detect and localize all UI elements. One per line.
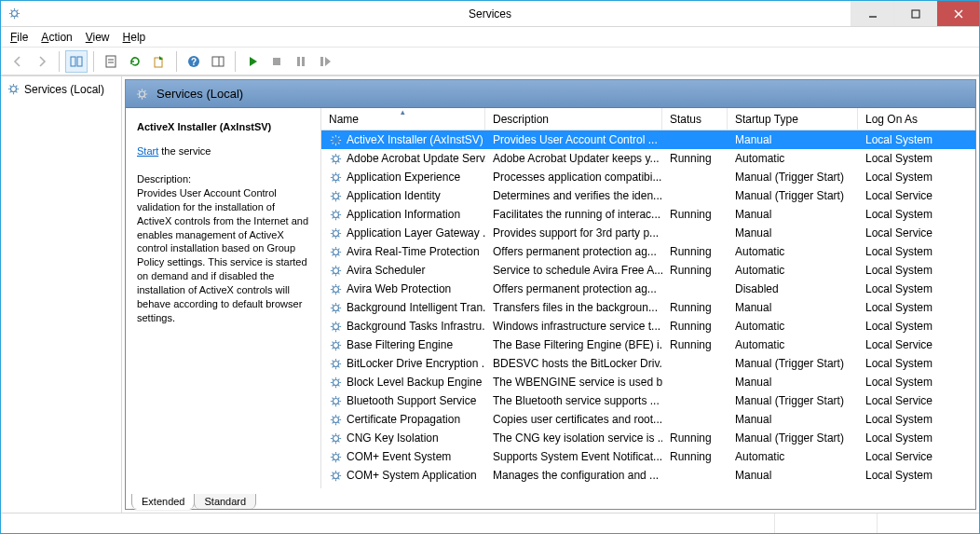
- cell-logon: Local System: [858, 317, 975, 335]
- cell-description: Provides support for 3rd party p...: [485, 224, 662, 242]
- cell-logon: Local System: [858, 130, 975, 149]
- service-row[interactable]: Adobe Acrobat Update Serv...Adobe Acroba…: [321, 149, 975, 168]
- service-row[interactable]: Avira Web ProtectionOffers permanent pro…: [321, 280, 975, 298]
- cell-status: Running: [662, 205, 728, 224]
- svg-point-26: [333, 230, 339, 236]
- cell-name: Certificate Propagation: [321, 410, 485, 429]
- gear-icon: [329, 245, 343, 259]
- cell-logon: Local System: [858, 429, 975, 447]
- start-service-link[interactable]: Start: [137, 145, 158, 157]
- close-button[interactable]: [936, 1, 979, 26]
- menu-action[interactable]: Action: [41, 31, 72, 44]
- gear-icon: [329, 487, 343, 489]
- svg-point-39: [333, 472, 339, 478]
- cell-startup: Automatic: [728, 149, 858, 168]
- forward-button[interactable]: [31, 50, 53, 73]
- service-action-line: Start the service: [137, 145, 309, 157]
- cell-description: Determines and verifies the iden...: [485, 186, 662, 205]
- back-button[interactable]: [7, 50, 29, 73]
- minimize-button[interactable]: [851, 1, 893, 26]
- services-list: Name▴ Description Status Startup Type Lo…: [321, 108, 975, 488]
- service-row[interactable]: BitLocker Drive Encryption ...BDESVC hos…: [321, 354, 975, 373]
- cell-description: Processes application compatibi...: [485, 168, 662, 186]
- cell-name: Avira Real-Time Protection: [321, 242, 485, 261]
- gear-icon: [329, 413, 343, 427]
- service-row[interactable]: Base Filtering EngineThe Base Filtering …: [321, 335, 975, 354]
- tab-extended[interactable]: Extended: [131, 494, 195, 509]
- column-name[interactable]: Name▴: [321, 108, 485, 130]
- cell-status: Running: [662, 298, 728, 317]
- console-tree[interactable]: Services (Local): [1, 76, 122, 513]
- app-gear-icon: [1, 7, 27, 21]
- service-row[interactable]: CNG Key IsolationThe CNG key isolation s…: [321, 429, 975, 447]
- gear-icon: [329, 357, 343, 371]
- services-window: Services File Action View Help ?: [0, 0, 980, 534]
- cell-logon: Local System: [858, 168, 975, 186]
- cell-startup: Manual (Trigger Start): [728, 354, 858, 373]
- tree-services-local[interactable]: Services (Local): [5, 80, 117, 98]
- cell-status: [662, 186, 728, 205]
- pause-service-button[interactable]: [290, 50, 312, 73]
- service-row[interactable]: Application ExperienceProcesses applicat…: [321, 168, 975, 186]
- cell-logon: Local System: [858, 485, 975, 488]
- menu-view[interactable]: View: [86, 31, 110, 44]
- service-row[interactable]: Bluetooth Support ServiceThe Bluetooth s…: [321, 391, 975, 410]
- list-body[interactable]: ActiveX Installer (AxInstSV)Provides Use…: [321, 130, 975, 488]
- start-service-button[interactable]: [241, 50, 264, 73]
- service-row[interactable]: Background Tasks Infrastru...Windows inf…: [321, 317, 975, 335]
- service-row[interactable]: Certificate PropagationCopies user certi…: [321, 410, 975, 429]
- menu-file[interactable]: File: [10, 31, 28, 44]
- cell-logon: Local Service: [858, 391, 975, 410]
- svg-point-21: [333, 137, 339, 143]
- column-log-on-as[interactable]: Log On As: [858, 108, 975, 130]
- menu-help[interactable]: Help: [123, 31, 146, 44]
- cell-description: Windows infrastructure service t...: [485, 317, 662, 335]
- svg-point-0: [11, 11, 17, 17]
- service-row[interactable]: Avira Real-Time ProtectionOffers permane…: [321, 242, 975, 261]
- service-row[interactable]: Avira SchedulerService to schedule Avira…: [321, 261, 975, 280]
- column-startup-type[interactable]: Startup Type: [728, 108, 858, 130]
- cell-name: Block Level Backup Engine ...: [321, 373, 485, 391]
- column-description[interactable]: Description: [485, 108, 662, 130]
- cell-startup: Manual: [728, 410, 858, 429]
- service-row[interactable]: Application InformationFacilitates the r…: [321, 205, 975, 224]
- svg-point-19: [11, 87, 17, 92]
- gear-icon: [329, 450, 343, 464]
- service-row[interactable]: COM+ System ApplicationManages the confi…: [321, 466, 975, 485]
- right-pane: Services (Local) ActiveX Installer (AxIn…: [122, 76, 979, 513]
- service-row[interactable]: Block Level Backup Engine ...The WBENGIN…: [321, 373, 975, 391]
- cell-logon: Local System: [858, 280, 975, 298]
- refresh-button[interactable]: [124, 50, 146, 73]
- svg-rect-16: [297, 57, 300, 66]
- column-status[interactable]: Status: [662, 108, 728, 130]
- service-row[interactable]: Application IdentityDetermines and verif…: [321, 186, 975, 205]
- cell-logon: Local Service: [858, 186, 975, 205]
- cell-startup: Manual: [728, 130, 858, 149]
- restart-service-button[interactable]: [314, 50, 336, 73]
- tab-standard[interactable]: Standard: [194, 494, 256, 509]
- export-button[interactable]: [148, 50, 170, 73]
- service-row[interactable]: COM+ Event SystemSupports System Event N…: [321, 447, 975, 466]
- detail-pane: ActiveX Installer (AxInstSV) Start the s…: [126, 108, 321, 488]
- list-columns-header[interactable]: Name▴ Description Status Startup Type Lo…: [321, 108, 975, 130]
- properties-button[interactable]: [100, 50, 122, 73]
- cell-name: Base Filtering Engine: [321, 335, 485, 354]
- stop-service-button[interactable]: [265, 50, 288, 73]
- cell-startup: Manual: [728, 205, 858, 224]
- svg-point-32: [333, 342, 339, 348]
- cell-status: Running: [662, 335, 728, 354]
- show-hide-tree-button[interactable]: [65, 50, 88, 73]
- cell-name: Avira Scheduler: [321, 261, 485, 280]
- show-hide-action-button[interactable]: [207, 50, 229, 73]
- help-button[interactable]: ?: [183, 50, 205, 73]
- gear-icon: [135, 86, 149, 103]
- titlebar[interactable]: Services: [1, 1, 979, 27]
- service-row[interactable]: ActiveX Installer (AxInstSV)Provides Use…: [321, 130, 975, 149]
- cell-status: Running: [662, 317, 728, 335]
- service-row[interactable]: Background Intelligent Tran...Transfers …: [321, 298, 975, 317]
- cell-name: COM+ System Application: [321, 466, 485, 485]
- service-row[interactable]: Application Layer Gateway ...Provides su…: [321, 224, 975, 242]
- gear-icon: [329, 376, 343, 390]
- service-row[interactable]: Computer BrowserMaintains an updated lis…: [321, 485, 975, 488]
- maximize-button[interactable]: [893, 1, 936, 26]
